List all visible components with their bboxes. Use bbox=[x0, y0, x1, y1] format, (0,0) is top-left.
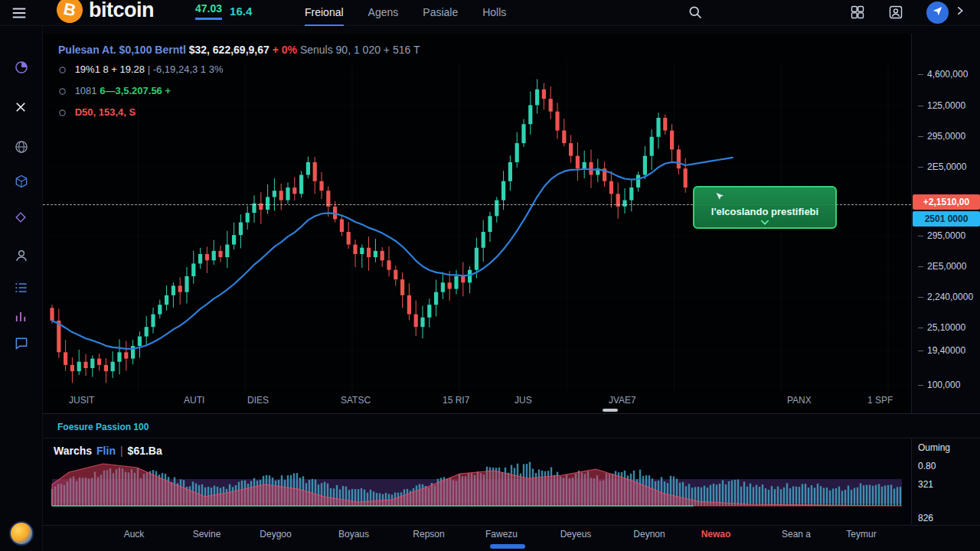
time-axis-label: PANX bbox=[787, 395, 812, 406]
panel-divider bbox=[0, 525, 980, 526]
bottom-axis-label: Teymur bbox=[846, 529, 876, 540]
list-icon[interactable] bbox=[14, 280, 29, 298]
symbol-change: + 0% bbox=[273, 44, 297, 56]
indicator-axis-value: 321 bbox=[918, 479, 933, 490]
send-icon bbox=[932, 5, 943, 20]
pie-chart-icon[interactable] bbox=[14, 60, 29, 78]
price-axis-label: 25,10000 bbox=[918, 322, 965, 333]
bottom-axis-label: Boyaus bbox=[338, 529, 369, 540]
top-nav: FreionalAgensPasialeHolls bbox=[305, 0, 506, 26]
indicator-axis-value: 0.80 bbox=[918, 461, 936, 471]
bitcoin-logo-icon: B bbox=[54, 0, 85, 25]
time-axis-label: JVAE7 bbox=[609, 395, 636, 406]
symbol-name: Pulesan At. $0,100 Berntl bbox=[58, 44, 186, 56]
time-axis-label: SATSC bbox=[341, 395, 371, 406]
price-axis-label: 125,0000 bbox=[918, 100, 965, 111]
chart-tooltip: l'elcoslando prestifiebi bbox=[693, 186, 837, 229]
bitcoin-logo[interactable]: B bitcoin bbox=[57, 0, 154, 23]
indicator-panel[interactable]: WarchsFlin|$61.Ba bbox=[43, 439, 911, 524]
time-axis-label: JUSIT bbox=[69, 395, 94, 406]
price-axis-label: 100,000 bbox=[918, 380, 960, 390]
ticker-price: 47.03 bbox=[195, 2, 222, 20]
stats-icon[interactable] bbox=[14, 310, 28, 327]
nav-tab-pasiale[interactable]: Pasiale bbox=[423, 0, 458, 26]
panel-divider bbox=[0, 413, 980, 414]
bullet-icon bbox=[58, 83, 67, 103]
stat-positive-value: 6—3,5.207.56 + bbox=[100, 85, 171, 96]
bullet-icon bbox=[58, 61, 67, 81]
topbar: B bitcoin 47.03 16.4 FreionalAgensPasial… bbox=[0, 0, 980, 26]
info-line-3: 1081 6—3,5.207.56 + bbox=[58, 81, 420, 103]
chevron-right-icon[interactable] bbox=[954, 5, 966, 20]
price-axis-label: 4,600,000 bbox=[918, 69, 968, 80]
time-axis-label: JUS bbox=[514, 395, 532, 406]
price-ticker: 47.03 16.4 bbox=[195, 2, 252, 20]
stat-negative-value: D50, 153,4, S bbox=[75, 106, 136, 118]
avatar[interactable] bbox=[9, 521, 34, 546]
chevron-down-icon[interactable] bbox=[759, 216, 771, 230]
bottom-axis-label: Deynon bbox=[633, 529, 665, 540]
indicator-axis-value: Ouming bbox=[918, 442, 950, 453]
indicator-axis: Ouming0.80321826 bbox=[911, 439, 980, 524]
price-axis-label: 2E5,0000 bbox=[918, 161, 966, 172]
stat-label: 1081 bbox=[75, 85, 97, 96]
bottom-axis-label: Sean a bbox=[782, 529, 811, 540]
title-separator: | bbox=[120, 445, 123, 457]
time-axis-label: AUTI bbox=[184, 395, 204, 406]
ticker-change: 16.4 bbox=[230, 5, 252, 20]
bottom-time-axis: AuckSevineDeygooBoyausRepsonFawezuDeyeus… bbox=[43, 527, 911, 546]
menu-icon[interactable] bbox=[11, 5, 28, 24]
grid-icon[interactable] bbox=[850, 5, 865, 23]
logo-text: bitcoin bbox=[89, 0, 154, 22]
bottom-axis-label: Fawezu bbox=[485, 529, 518, 540]
stat-value: 19%1 8 + 19.28 bbox=[75, 64, 145, 75]
time-axis-label: DIES bbox=[247, 395, 269, 406]
price-chart-panel[interactable]: Pulesan At. $0,100 Berntl $32, 622,69,9,… bbox=[43, 34, 911, 413]
indicator-axis-value: 826 bbox=[918, 513, 933, 523]
symbol-extra: Senuls 90, 1 020 + 516 T bbox=[300, 44, 420, 56]
alert-price-badge: +2,1510,00 bbox=[913, 194, 980, 210]
diamond-icon[interactable] bbox=[14, 210, 28, 227]
axis-drag-handle[interactable] bbox=[603, 409, 618, 412]
price-axis-label: 19,40000 bbox=[918, 345, 965, 356]
indicator-subname: Flin bbox=[96, 445, 116, 457]
price-axis-label: 2E5,0000 bbox=[918, 261, 966, 272]
indicator-value: $61.Ba bbox=[128, 445, 162, 457]
nav-tab-freional[interactable]: Freional bbox=[305, 0, 344, 26]
user-icon[interactable] bbox=[14, 248, 29, 266]
symbol-price: $32, 622,69,9,67 bbox=[189, 44, 270, 56]
bottom-axis-label: Repson bbox=[413, 529, 444, 540]
cube-icon[interactable] bbox=[14, 174, 29, 192]
send-button[interactable] bbox=[926, 2, 949, 24]
price-axis-label: 295,0000 bbox=[918, 131, 965, 142]
close-icon[interactable] bbox=[14, 100, 28, 117]
info-line-2: 19%1 8 + 19.28 | -6,19,24,3 1 3% bbox=[58, 60, 420, 81]
chat-icon[interactable] bbox=[14, 336, 29, 354]
nav-tab-agens[interactable]: Agens bbox=[368, 0, 399, 26]
info-line-4: D50, 153,4, S bbox=[58, 103, 420, 124]
indicator-name: Warchs bbox=[54, 445, 92, 457]
cursor-icon bbox=[713, 191, 727, 207]
price-axis-label: 2,240,0000 bbox=[918, 292, 973, 302]
indicator-title: WarchsFlin|$61.Ba bbox=[54, 445, 162, 457]
user-badge-icon[interactable] bbox=[888, 5, 903, 23]
bottom-axis-label: Newao bbox=[701, 529, 731, 540]
bottom-axis-label: Deygoo bbox=[260, 529, 291, 540]
trading-app: B bitcoin 47.03 16.4 FreionalAgensPasial… bbox=[0, 0, 980, 551]
bottom-axis-label: Auck bbox=[124, 529, 145, 540]
indicator-section-label[interactable]: Foesure Passion 100 bbox=[57, 422, 149, 432]
search-icon[interactable] bbox=[688, 5, 703, 23]
left-sidebar bbox=[0, 26, 43, 551]
price-axis[interactable]: +2,1510,00 2501 0000 4,600,000125,000029… bbox=[911, 34, 980, 413]
stat-extra: | -6,19,24,3 1 3% bbox=[148, 64, 224, 75]
nav-tab-holls[interactable]: Holls bbox=[482, 0, 506, 26]
scrollbar-thumb[interactable] bbox=[490, 544, 525, 549]
globe-icon[interactable] bbox=[14, 139, 29, 158]
time-axis: JUSITAUTIDIESSATSC15 RI7JUSJVAE7PANX1 SP… bbox=[43, 393, 911, 412]
price-axis-label: 295,0000 bbox=[918, 230, 965, 241]
macd-indicator-chart[interactable] bbox=[43, 439, 911, 524]
info-line-1: Pulesan At. $0,100 Berntl $32, 622,69,9,… bbox=[58, 40, 420, 60]
bullet-icon bbox=[58, 104, 67, 124]
time-axis-label: 1 SPF bbox=[867, 395, 893, 406]
symbol-info: Pulesan At. $0,100 Berntl $32, 622,69,9,… bbox=[58, 40, 420, 124]
